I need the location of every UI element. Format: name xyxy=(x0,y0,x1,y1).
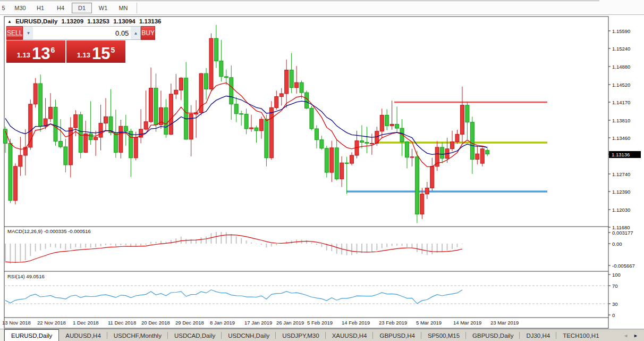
sell-price-prefix: 1.13 xyxy=(17,51,30,59)
tab-scroll-right-icon[interactable]: ► xyxy=(631,333,641,338)
rsi-axis-label: 0 xyxy=(612,312,615,318)
price-axis-label: 1.12030 xyxy=(612,207,630,213)
symbol-period-label: EURUSD,Daily xyxy=(15,18,57,24)
sell-button[interactable]: SELL xyxy=(6,26,23,40)
date-axis-label: 8 Jan 2019 xyxy=(210,320,235,326)
date-axis-label: 23 Feb 2019 xyxy=(379,320,407,326)
buy-price-main: 15 xyxy=(92,46,110,61)
price-axis-label: 1.12390 xyxy=(612,189,630,195)
chart-symbol-header: ▲ EURUSD,Daily 1.13209 1.13253 1.13094 1… xyxy=(7,18,164,24)
tabbar-lead-gutter xyxy=(0,329,4,341)
date-axis-label: 17 Jan 2019 xyxy=(244,320,272,326)
price-axis-label: 1.15590 xyxy=(612,28,630,34)
date-axis-label: 5 Feb 2019 xyxy=(307,320,333,326)
one-click-trading-panel: SELL ▼ ▲ BUY 1.13136 1.13155 xyxy=(6,26,125,63)
chart-tab-bar: EURUSD,DailyAUDUSD,H4USDCHF,MonthlyUSDCA… xyxy=(0,329,644,341)
date-axis-label: 29 Dec 2018 xyxy=(175,320,204,326)
current-price-badge: 1.13136 xyxy=(609,151,641,158)
quote-high: 1.13253 xyxy=(87,18,109,24)
chart-tab-sp500-m15[interactable]: SP500,M15 xyxy=(421,329,466,341)
price-axis-label: 1.13810 xyxy=(612,118,630,123)
chart-tab-usdcnh-daily[interactable]: USDCNH,Daily xyxy=(222,329,276,341)
buy-price-pip: 5 xyxy=(111,46,115,54)
chart-tab-usdcad-daily[interactable]: USDCAD,Daily xyxy=(168,329,222,341)
quote-close: 1.13136 xyxy=(139,18,162,24)
date-axis-label: 14 Mar 2019 xyxy=(453,320,481,326)
buy-price-display[interactable]: 1.13155 xyxy=(66,40,125,63)
rsi-axis-label: 70 xyxy=(612,283,618,289)
quote-open: 1.13209 xyxy=(62,18,84,24)
date-axis-label: 14 Feb 2019 xyxy=(342,320,370,326)
price-axis-label: 1.14170 xyxy=(612,99,630,105)
buy-price-prefix: 1.13 xyxy=(77,51,90,59)
date-axis-label: 11 Dec 2018 xyxy=(108,320,136,326)
date-axis-label: 5 Mar 2019 xyxy=(416,320,442,326)
buy-button[interactable]: BUY xyxy=(141,26,155,40)
chart-window-frame xyxy=(4,16,608,328)
price-axis-label: 1.13460 xyxy=(612,135,630,141)
price-axis-label: 1.12740 xyxy=(612,171,630,177)
date-axis-label: 22 Nov 2018 xyxy=(37,320,66,326)
collapse-triangle-icon[interactable]: ▲ xyxy=(7,19,12,24)
price-axis-label: 1.14880 xyxy=(612,64,630,70)
price-axis-label: 1.15240 xyxy=(612,46,630,52)
volume-up-button[interactable]: ▲ xyxy=(131,27,140,39)
rsi-axis-label: 30 xyxy=(612,301,618,307)
rsi-axis-label: 100 xyxy=(612,272,621,278)
chart-tab-audusd-h4[interactable]: AUDUSD,H4 xyxy=(59,329,107,341)
date-axis-label: 20 Dec 2018 xyxy=(141,320,170,326)
tab-scroll-left-icon[interactable]: ◄ xyxy=(621,333,631,338)
quote-low: 1.13094 xyxy=(113,18,135,24)
price-axis-label: 1.14520 xyxy=(612,82,630,88)
chart-tab-usdchf-monthly[interactable]: USDCHF,Monthly xyxy=(107,329,168,341)
chart-tab-gbpusd-daily[interactable]: GBPUSD,Daily xyxy=(466,329,520,341)
date-axis-label: 26 Jan 2019 xyxy=(276,320,304,326)
chart-tab-gbpusd-h4[interactable]: GBPUSD,H4 xyxy=(373,329,421,341)
macd-label: MACD(12,26,9) -0.000335 -0.000516 xyxy=(7,228,91,234)
rsi-label: RSI(14) 49.0516 xyxy=(7,273,45,279)
sell-price-pip: 6 xyxy=(51,46,55,54)
trading-platform-window: 5M30H1H4D1W1MN ▲ EURUSD,Daily 1.13209 1.… xyxy=(0,0,644,341)
chart-tab-xauusd-h4[interactable]: XAUUSD,H4 xyxy=(326,329,374,341)
volume-input[interactable] xyxy=(33,27,131,39)
chart-tab-tech100-h1[interactable]: TECH100,H1 xyxy=(556,329,605,341)
volume-stepper: ▼ ▲ xyxy=(23,26,141,40)
date-axis-label: 1 Dec 2018 xyxy=(73,320,99,326)
chart-tab-dj30-h4[interactable]: DJ30,H4 xyxy=(520,329,556,341)
macd-axis-label: -0.005667 xyxy=(612,263,635,269)
macd-axis-label: 0.00 xyxy=(612,241,622,247)
volume-down-button[interactable]: ▼ xyxy=(23,27,33,39)
chart-tab-eurusd-daily[interactable]: EURUSD,Daily xyxy=(4,329,59,341)
sell-price-display[interactable]: 1.13136 xyxy=(6,40,65,63)
sell-price-main: 13 xyxy=(32,46,50,61)
date-axis-label: 13 Nov 2018 xyxy=(2,320,31,326)
chart-tab-usdjpy-m30[interactable]: USDJPY,M30 xyxy=(276,329,325,341)
date-axis-label: 23 Mar 2019 xyxy=(490,320,519,326)
macd-axis-label: 0.003177 xyxy=(612,230,633,236)
tab-scroll-controls: ◄ ► xyxy=(621,329,644,341)
